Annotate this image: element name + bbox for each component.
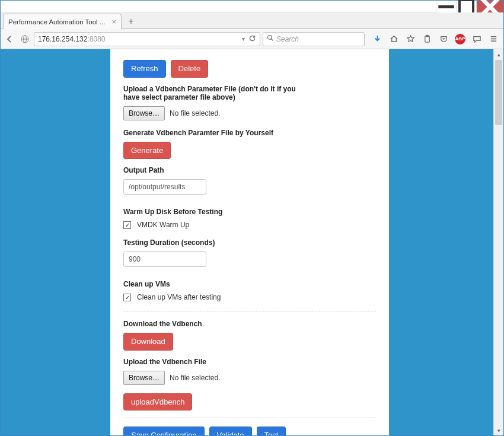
browser-tab-active[interactable]: Performance Automation Tool ... × bbox=[3, 14, 122, 29]
warmup-checkbox[interactable]: ✓ bbox=[123, 221, 131, 229]
bookmark-star-icon[interactable] bbox=[403, 31, 418, 47]
download-vdbench-label: Download the Vdbench bbox=[123, 320, 376, 328]
upload-vdbench-label: Upload the Vdbench File bbox=[123, 358, 376, 366]
window-close-button[interactable] bbox=[476, 1, 503, 12]
menu-icon[interactable] bbox=[486, 31, 501, 47]
scroll-up-icon[interactable]: ▴ bbox=[494, 49, 503, 59]
window-titlebar bbox=[1, 1, 503, 12]
page-viewport: Refresh Delete Upload a Vdbench Paramete… bbox=[1, 49, 503, 435]
upload-vdbench-button[interactable]: uploadVdbench bbox=[123, 393, 192, 411]
save-configuration-button[interactable]: Save Configuration bbox=[123, 427, 205, 435]
test-button[interactable]: Test bbox=[257, 427, 286, 435]
browse-vdbench-button[interactable]: Browse… bbox=[123, 371, 165, 385]
cleanup-label: Clean up VMs bbox=[123, 280, 376, 288]
url-port: :8080 bbox=[87, 35, 105, 43]
url-host: 176.16.254.132 bbox=[38, 35, 87, 43]
browse-param-button[interactable]: Browse… bbox=[123, 106, 165, 120]
new-tab-button[interactable]: + bbox=[124, 15, 138, 27]
abp-icon[interactable]: ABP bbox=[452, 31, 468, 47]
duration-input[interactable] bbox=[123, 252, 206, 267]
url-input[interactable]: 176.16.254.132:8080 ▾ bbox=[34, 32, 260, 46]
vertical-scrollbar[interactable]: ▴ ▾ bbox=[493, 49, 503, 435]
tab-title: Performance Automation Tool ... bbox=[8, 18, 105, 26]
url-dropdown-icon[interactable]: ▾ bbox=[242, 36, 245, 42]
warmup-label: Warm Up Disk Before Testing bbox=[123, 208, 376, 216]
clipboard-icon[interactable] bbox=[419, 31, 435, 47]
output-path-label: Output Path bbox=[123, 166, 376, 174]
warmup-checkbox-label: VMDK Warm Up bbox=[137, 221, 189, 229]
duration-label: Testing Duration (seconds) bbox=[123, 238, 376, 247]
pocket-icon[interactable] bbox=[436, 31, 451, 47]
cleanup-checkbox[interactable]: ✓ bbox=[123, 294, 131, 301]
delete-button[interactable]: Delete bbox=[171, 60, 209, 78]
svg-rect-1 bbox=[460, 0, 473, 14]
window-maximize-button[interactable] bbox=[456, 1, 476, 12]
refresh-button[interactable]: Refresh bbox=[123, 60, 166, 78]
scroll-down-icon[interactable]: ▾ bbox=[494, 425, 503, 435]
browser-window: Performance Automation Tool ... × + 176.… bbox=[0, 0, 504, 436]
home-icon[interactable] bbox=[386, 31, 401, 47]
search-icon bbox=[267, 34, 274, 43]
browser-navbar: 176.16.254.132:8080 ▾ Search bbox=[1, 29, 503, 49]
param-nofile-text: No file selected. bbox=[170, 109, 220, 117]
cleanup-checkbox-label: Clean up VMs after testing bbox=[137, 293, 221, 301]
svg-line-8 bbox=[272, 39, 273, 41]
validate-button[interactable]: Validate bbox=[209, 427, 252, 435]
back-button[interactable] bbox=[3, 33, 16, 46]
search-input[interactable]: Search bbox=[263, 32, 365, 46]
svg-point-7 bbox=[268, 36, 272, 40]
output-path-input[interactable] bbox=[123, 179, 206, 195]
divider bbox=[123, 311, 376, 311]
tab-close-icon[interactable]: × bbox=[111, 18, 116, 26]
window-minimize-button[interactable] bbox=[436, 1, 456, 12]
form-panel: Refresh Delete Upload a Vdbench Paramete… bbox=[110, 49, 389, 435]
toolbar-icons: ABP bbox=[369, 31, 501, 47]
upload-param-label: Upload a Vdbench Parameter File (don't d… bbox=[123, 85, 301, 101]
browser-tabbar: Performance Automation Tool ... × + bbox=[1, 12, 503, 29]
vdbench-nofile-text: No file selected. bbox=[170, 374, 220, 382]
download-button[interactable]: Download bbox=[123, 333, 173, 351]
globe-icon bbox=[18, 33, 31, 46]
chat-icon[interactable] bbox=[469, 31, 484, 47]
scroll-thumb[interactable] bbox=[495, 60, 502, 125]
search-placeholder: Search bbox=[276, 35, 299, 43]
divider-2 bbox=[123, 418, 376, 418]
generate-label: Generate Vdbench Paramter File by Yourse… bbox=[123, 129, 376, 137]
downloads-icon[interactable] bbox=[369, 31, 385, 47]
generate-button[interactable]: Generate bbox=[123, 142, 171, 160]
reload-icon[interactable] bbox=[248, 34, 256, 44]
